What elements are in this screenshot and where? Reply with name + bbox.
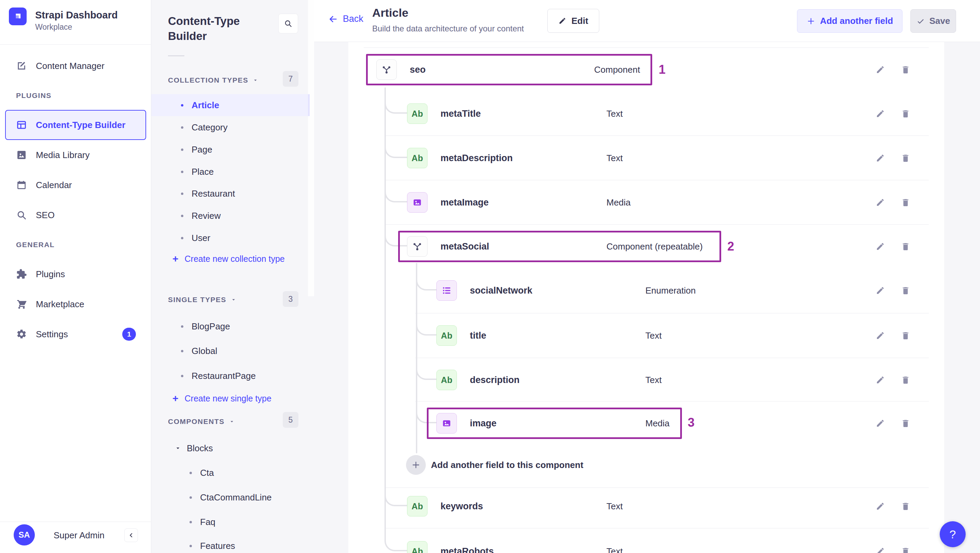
plus-icon (411, 460, 421, 470)
panel-item-restaurantpage[interactable]: RestaurantPage (151, 365, 314, 387)
sidebar-item-seo[interactable]: SEO (0, 204, 151, 226)
edit-field-button[interactable] (873, 195, 888, 210)
edit-field-button[interactable] (873, 151, 888, 165)
bullet-icon (181, 171, 183, 173)
panel-item-user[interactable]: User (151, 227, 314, 249)
panel-item-faq[interactable]: Faq (151, 511, 314, 533)
annotation-number-3: 3 (688, 415, 695, 430)
edit-field-button[interactable] (873, 416, 888, 431)
avatar[interactable]: SA (14, 524, 35, 545)
check-icon (916, 17, 925, 25)
edit-field-button[interactable] (873, 372, 888, 388)
tree-connector (385, 485, 407, 506)
topbar: Back Article Build the data architecture… (314, 0, 980, 42)
panel-item-label: Global (192, 346, 217, 356)
edit-field-button[interactable] (873, 62, 888, 77)
sidebar-item-content-manager[interactable]: Content Manager (0, 55, 151, 77)
user-name: Super Admin (54, 530, 105, 541)
sidebar-item-content-type-builder[interactable]: Content-Type Builder (5, 110, 146, 140)
chevron-down-icon (229, 418, 235, 425)
delete-field-button[interactable] (898, 151, 913, 165)
sidebar-item-media-library[interactable]: Media Library (0, 144, 151, 166)
panel-item-cta[interactable]: Cta (151, 462, 314, 484)
cart-icon (16, 299, 27, 310)
add-another-field-button[interactable]: Add another field (797, 9, 902, 33)
section-header-label: COMPONENTS (168, 418, 225, 426)
panel-item-review[interactable]: Review (151, 205, 314, 227)
panel-divider (168, 55, 185, 56)
sidebar-item-label: Media Library (36, 150, 90, 160)
panel-item-label: BlogPage (192, 321, 230, 332)
field-type: Component (repeatable) (606, 242, 703, 252)
search-icon (16, 210, 27, 221)
edit-field-button[interactable] (873, 499, 888, 514)
sidebar-footer-divider (0, 521, 151, 522)
panel-item-page[interactable]: Page (151, 138, 314, 160)
field-name: keywords (441, 501, 483, 512)
add-field-to-component-label[interactable]: Add another field to this component (431, 460, 583, 470)
component-category-blocks[interactable]: Blocks (151, 437, 314, 459)
panel-item-label: Review (192, 211, 221, 221)
delete-field-button[interactable] (898, 62, 913, 77)
panel-item-place[interactable]: Place (151, 161, 314, 183)
sidebar: Strapi Dashboard Workplace Content Manag… (0, 0, 151, 553)
delete-field-button[interactable] (898, 372, 913, 388)
edit-field-button[interactable] (873, 239, 888, 254)
create-new-collection-type-link[interactable]: +Create new collection type (151, 248, 314, 269)
sidebar-collapse-button[interactable] (124, 528, 138, 542)
panel-item-global[interactable]: Global (151, 340, 314, 362)
delete-field-button[interactable] (898, 239, 913, 254)
sidebar-item-marketplace[interactable]: Marketplace (0, 293, 151, 315)
panel-item-category[interactable]: Category (151, 116, 314, 138)
annotation-number-1: 1 (659, 62, 665, 77)
save-button[interactable]: Save (910, 9, 956, 33)
edit-field-button[interactable] (873, 106, 888, 121)
ctb-icon-wrap (16, 119, 27, 130)
field-type: Text (606, 108, 623, 119)
section-header-components[interactable]: COMPONENTS (168, 415, 235, 428)
edit-field-button[interactable] (873, 283, 888, 298)
trash-icon (901, 547, 910, 553)
bullet-icon (181, 350, 183, 352)
field-name: metaDescription (441, 153, 513, 164)
panel-item-blogpage[interactable]: BlogPage (151, 315, 314, 337)
delete-field-button[interactable] (898, 195, 913, 210)
pencil-icon (875, 375, 885, 385)
tree-connector (416, 402, 436, 423)
component-icon (382, 65, 392, 75)
field-type: Media (645, 418, 670, 429)
sidebar-item-plugins[interactable]: Plugins (0, 263, 151, 285)
create-new-single-type-link[interactable]: +Create new single type (151, 388, 314, 408)
pencil-icon (558, 17, 566, 25)
section-header-single-types[interactable]: SINGLE TYPES (168, 293, 237, 307)
delete-field-button[interactable] (898, 328, 913, 343)
field-type-chip-text: Ab (407, 541, 428, 553)
sidebar-divider (0, 44, 151, 45)
edit-button[interactable]: Edit (547, 9, 599, 33)
section-header-collection-types[interactable]: COLLECTION TYPES (168, 73, 258, 87)
delete-field-button[interactable] (898, 544, 913, 553)
help-button[interactable]: ? (940, 521, 966, 547)
delete-field-button[interactable] (898, 499, 913, 514)
edit-field-button[interactable] (873, 544, 888, 553)
search-button[interactable] (278, 14, 298, 33)
panel-item-features[interactable]: Features (151, 535, 314, 553)
field-type-chip-text: Ab (407, 496, 428, 516)
edit-field-button[interactable] (873, 328, 888, 343)
delete-field-button[interactable] (898, 283, 913, 298)
field-type: Text (606, 501, 623, 512)
back-link[interactable]: Back (328, 14, 363, 24)
caret-down-icon (252, 77, 258, 83)
add-another-field-label: Add another field (820, 16, 893, 26)
panel-item-ctacommandline[interactable]: CtaCommandLine (151, 486, 314, 508)
panel-item-label: RestaurantPage (192, 371, 256, 381)
panel-item-article[interactable]: Article (151, 94, 310, 116)
panel-item-restaurant[interactable]: Restaurant (151, 183, 314, 205)
sidebar-item-settings[interactable]: Settings1 (0, 323, 151, 345)
tree-connector (385, 92, 407, 114)
panel-scrollbar[interactable] (308, 0, 314, 296)
delete-field-button[interactable] (898, 106, 913, 121)
delete-field-button[interactable] (898, 416, 913, 431)
sidebar-item-calendar[interactable]: Calendar (0, 174, 151, 196)
add-field-to-component-button[interactable] (406, 455, 426, 475)
